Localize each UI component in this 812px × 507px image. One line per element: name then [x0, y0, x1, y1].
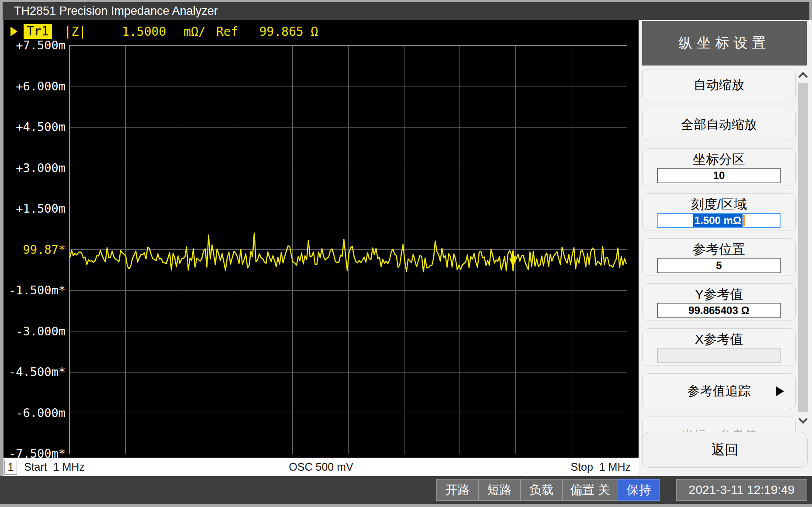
hold-button[interactable]: 保持: [618, 479, 660, 501]
auto-scale-button[interactable]: 自动缩放: [642, 69, 796, 101]
reference-position-field-label: 参考位置: [643, 241, 795, 258]
y-axis-tick-label: +3.000m: [16, 161, 66, 174]
selected-text: 1.500 mΩ: [693, 214, 743, 227]
x-reference-value-field-input: [657, 348, 781, 363]
scroll-down-icon[interactable]: [797, 414, 809, 426]
trace-name-badge[interactable]: Tr1: [24, 24, 52, 39]
y-reference-value-field-input[interactable]: 99.865403 Ω: [657, 303, 781, 318]
scale-divisions-field-label: 坐标分区: [643, 151, 795, 168]
open-correction-button[interactable]: 开路: [436, 479, 479, 501]
active-trace-arrow-icon: [10, 27, 17, 36]
y-axis-tick-label: +6.000m: [16, 79, 66, 93]
sweep-stop-label: Stop 1 MHz: [570, 461, 631, 473]
sidebar-scrollbar[interactable]: [797, 69, 809, 426]
bias-off-button[interactable]: 偏置 关: [562, 479, 618, 501]
scale-per-division-field-label: 刻度/区域: [643, 196, 795, 213]
scale-per-division-field-input[interactable]: 1.500 mΩ: [657, 213, 781, 228]
y-reference-value-field-label: Y参考值: [643, 286, 795, 303]
reference-position-field: 参考位置5: [642, 238, 796, 276]
impedance-trace[interactable]: [69, 45, 627, 454]
y-axis-tick-label: +7.500m: [16, 38, 66, 52]
plot-panel: Tr1 |Z| 1.5000 mΩ/ Ref 99.865 Ω +7.500m+…: [3, 20, 639, 458]
settings-sidebar: 纵坐标设置 自动缩放全部自动缩放坐标分区10刻度/区域1.500 mΩ参考位置5…: [639, 20, 812, 476]
auto-scale-button-label: 自动缩放: [694, 76, 744, 94]
y-axis-tick-label: -6.000m: [16, 406, 66, 419]
reference-tracking-button[interactable]: 参考值追踪: [642, 373, 796, 409]
window-title: TH2851 Precision Impedance Analyzer: [14, 4, 218, 18]
trace-scale-value: 1.5000: [122, 24, 166, 39]
sweep-start-label: Start 1 MHz: [24, 461, 85, 473]
short-correction-button[interactable]: 短路: [478, 479, 521, 501]
datetime-display: 2021-3-11 12:19:49: [676, 479, 807, 501]
x-reference-value-field: X参考值: [642, 328, 796, 366]
scroll-up-icon[interactable]: [797, 69, 809, 81]
y-axis-tick-label: -3.000m: [16, 324, 66, 338]
y-axis-tick-label: -4.500m*: [9, 365, 66, 379]
sweep-status-bar: 1 Start 1 MHz OSC 500 mV Stop 1 MHz: [3, 458, 639, 476]
auto-scale-all-button-label: 全部自动缩放: [681, 116, 757, 134]
y-axis-labels: +7.500m+6.000m+4.500m+3.000m+1.500m99.87…: [3, 45, 66, 453]
trace-parameter: |Z|: [64, 24, 86, 39]
back-button[interactable]: 返回: [642, 432, 808, 468]
y-axis-tick-label: +4.500m: [16, 120, 66, 134]
reference-tracking-button-label: 参考值追踪: [688, 383, 751, 400]
scrollbar-thumb[interactable]: [798, 83, 808, 412]
trace-info-bar: Tr1 |Z| 1.5000 mΩ/ Ref 99.865 Ω: [10, 24, 318, 39]
y-reference-value-field: Y参考值99.865403 Ω: [642, 283, 796, 321]
y-axis-tick-label: +1.500m: [16, 202, 66, 215]
plot-grid: [69, 45, 627, 454]
trace-scale-unit: mΩ/: [183, 24, 206, 39]
bottom-toolbar: 开路短路负载偏置 关保持 2021-3-11 12:19:49: [0, 476, 812, 504]
submenu-arrow-icon: [776, 386, 784, 396]
y-axis-reference-label: 99.87*: [23, 242, 66, 256]
app-window: TH2851 Precision Impedance Analyzer Tr1 …: [0, 0, 812, 507]
y-axis-tick-label: -1.500m*: [9, 283, 66, 297]
load-correction-button[interactable]: 负载: [520, 479, 563, 501]
trace-ref-value: 99.865 Ω: [259, 24, 318, 39]
text-caret: [743, 215, 745, 226]
osc-level-label: OSC 500 mV: [289, 461, 353, 473]
correction-buttons: 开路短路负载偏置 关保持: [437, 479, 660, 501]
x-reference-value-field-label: X参考值: [643, 331, 795, 348]
trace-ref-label: Ref: [216, 24, 238, 39]
sidebar-title: 纵坐标设置: [642, 21, 807, 66]
sidebar-menu: 自动缩放全部自动缩放坐标分区10刻度/区域1.500 mΩ参考位置5Y参考值99…: [642, 69, 796, 462]
channel-indicator: 1: [4, 460, 17, 475]
scale-per-division-field: 刻度/区域1.500 mΩ: [642, 193, 796, 231]
scale-divisions-field: 坐标分区10: [642, 148, 796, 186]
scale-divisions-field-input[interactable]: 10: [657, 168, 781, 183]
reference-position-field-input[interactable]: 5: [657, 258, 781, 273]
auto-scale-all-button[interactable]: 全部自动缩放: [642, 109, 796, 141]
titlebar: TH2851 Precision Impedance Analyzer: [3, 2, 809, 20]
